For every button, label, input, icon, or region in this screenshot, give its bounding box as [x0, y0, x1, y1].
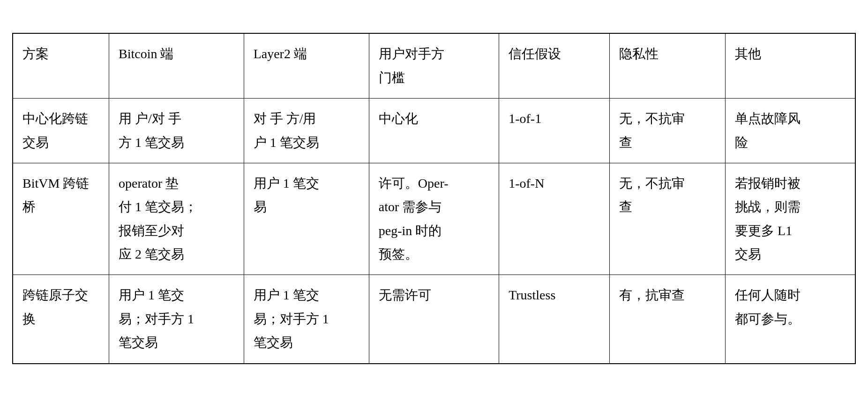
cell-bitvm-trust: 1-of-N — [499, 163, 610, 275]
cell-bitvm-bitcoin: operator 垫 付 1 笔交易； 报销至少对 应 2 笔交易 — [109, 163, 244, 275]
cell-centralized-other: 单点故障风 险 — [726, 99, 855, 163]
cell-atomic-trust: Trustless — [499, 275, 610, 364]
cell-bitvm-privacy: 无，不抗审 查 — [610, 163, 726, 275]
cell-atomic-bitcoin: 用户 1 笔交 易；对手方 1 笔交易 — [109, 275, 244, 364]
cell-centralized-privacy: 无，不抗审 查 — [610, 99, 726, 163]
row-bitvm: BitVM 跨链 桥 operator 垫 付 1 笔交易； 报销至少对 应 2… — [13, 163, 855, 275]
cell-bitvm-scheme: BitVM 跨链 桥 — [13, 163, 109, 275]
cell-bitvm-layer2: 用户 1 笔交 易 — [244, 163, 369, 275]
header-scheme: 方案 — [13, 33, 109, 98]
cell-atomic-scheme: 跨链原子交 换 — [13, 275, 109, 364]
cell-bitvm-other: 若报销时被 挑战，则需 要更多 L1 交易 — [726, 163, 855, 275]
comparison-table-wrapper: 方案 Bitcoin 端 Layer2 端 用户对手方 门槛 信任假设 隐私性 … — [12, 33, 856, 364]
header-privacy: 隐私性 — [610, 33, 726, 98]
cell-centralized-trust: 1-of-1 — [499, 99, 610, 163]
row-centralized: 中心化跨链 交易 用 户/对 手 方 1 笔交易 对 手 方/用 户 1 笔交易… — [13, 99, 855, 163]
cell-bitvm-user: 许可。Oper- ator 需参与 peg-in 时的 预签。 — [369, 163, 499, 275]
header-row: 方案 Bitcoin 端 Layer2 端 用户对手方 门槛 信任假设 隐私性 … — [13, 33, 855, 98]
row-atomic: 跨链原子交 换 用户 1 笔交 易；对手方 1 笔交易 用户 1 笔交 易；对手… — [13, 275, 855, 364]
cell-atomic-layer2: 用户 1 笔交 易；对手方 1 笔交易 — [244, 275, 369, 364]
cell-centralized-bitcoin: 用 户/对 手 方 1 笔交易 — [109, 99, 244, 163]
header-other: 其他 — [726, 33, 855, 98]
comparison-table: 方案 Bitcoin 端 Layer2 端 用户对手方 门槛 信任假设 隐私性 … — [12, 33, 856, 364]
cell-centralized-scheme: 中心化跨链 交易 — [13, 99, 109, 163]
header-layer2: Layer2 端 — [244, 33, 369, 98]
cell-atomic-user: 无需许可 — [369, 275, 499, 364]
cell-centralized-layer2: 对 手 方/用 户 1 笔交易 — [244, 99, 369, 163]
cell-atomic-other: 任何人随时 都可参与。 — [726, 275, 855, 364]
header-trust: 信任假设 — [499, 33, 610, 98]
cell-centralized-user: 中心化 — [369, 99, 499, 163]
cell-atomic-privacy: 有，抗审查 — [610, 275, 726, 364]
header-bitcoin: Bitcoin 端 — [109, 33, 244, 98]
header-user: 用户对手方 门槛 — [369, 33, 499, 98]
